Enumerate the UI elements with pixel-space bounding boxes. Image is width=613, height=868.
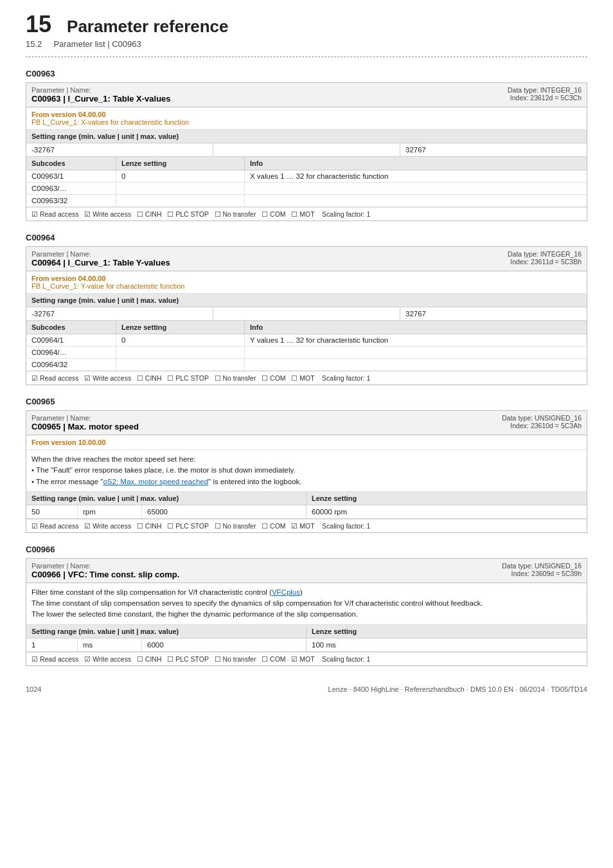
mid-val-c00964 — [213, 307, 400, 320]
setting-range-values-c00963: -32767 32767 — [26, 143, 587, 157]
subcode-row-c00964-1: C00964/1 0 Y values 1 … 32 for character… — [26, 334, 587, 347]
setting-range-header-c00963: Setting range (min. value | unit | max. … — [26, 130, 587, 143]
setting-range-values-c00964: -32767 32767 — [26, 307, 587, 321]
subcodes-header-c00963: Subcodes Lenze setting Info — [26, 157, 587, 170]
no-transfer-check — [215, 374, 221, 382]
param-header-label-c00965: Parameter | Name: — [31, 414, 139, 422]
write-access-check — [84, 374, 91, 382]
footer-page-number: 1024 — [26, 685, 41, 693]
subcode-info — [245, 359, 587, 370]
page-title: Parameter reference — [67, 17, 229, 37]
mot-check — [291, 374, 298, 382]
description-c00966: Filter time constant of the slip compens… — [26, 583, 587, 625]
param-id-c00966: C00966 — [26, 545, 587, 554]
write-access-check — [84, 522, 91, 530]
param-box-c00966: Parameter | Name: C00966 | VFC: Time con… — [26, 558, 587, 666]
unit-val-c00966: ms — [78, 638, 142, 651]
setting-range-label-c00965: Setting range (min. value | unit | max. … — [26, 492, 306, 505]
lenze-val-c00965: 60000 rpm — [306, 505, 587, 518]
subcode-info — [245, 195, 587, 206]
param-index-c00965: Index: 23610d = 5C3Ah — [502, 422, 582, 429]
subtitle: 15.2 Parameter list | C00963 — [26, 39, 587, 49]
link-vfcplus[interactable]: VFCplus — [272, 588, 300, 596]
min-val-c00963: -32767 — [26, 143, 213, 156]
param-id-c00963: C00963 — [26, 69, 587, 78]
lenze-setting-label-c00966: Lenze setting — [306, 625, 587, 638]
subcode-code: C00963/32 — [26, 195, 116, 206]
param-name-c00965: C00965 | Max. motor speed — [31, 422, 139, 431]
param-index-c00966: Index: 23609d = 5C39h — [502, 570, 582, 577]
page-number: 15 — [26, 13, 51, 36]
no-transfer-check — [215, 210, 221, 218]
plc-stop-check — [167, 522, 173, 530]
param-box-c00965: Parameter | Name: C00965 | Max. motor sp… — [26, 410, 587, 533]
fb-text-c00963: FB L_Curve_1: X-values for characteristi… — [31, 118, 189, 126]
fb-text-c00964: FB L_Curve_1: Y-value for characteristic… — [31, 282, 184, 290]
param-id-c00964: C00964 — [26, 233, 587, 242]
subcode-code: C00964/… — [26, 347, 116, 358]
desc-bullet-2-c00965: • The error message "oS2: Max. motor spe… — [31, 478, 301, 485]
subcode-info: X values 1 … 32 for characteristic funct… — [245, 170, 587, 182]
col-subcodes: Subcodes — [26, 157, 116, 170]
param-name-c00963: C00963 | l_Curve_1: Table X-values — [31, 94, 171, 104]
setting-range-two-col-c00965: Setting range (min. value | unit | max. … — [26, 492, 587, 505]
divider — [26, 57, 587, 57]
write-access-check — [84, 210, 91, 218]
plc-stop-check — [167, 374, 173, 382]
param-header-c00965: Parameter | Name: C00965 | Max. motor sp… — [26, 411, 587, 435]
mot-check — [291, 522, 298, 530]
param-name-c00966: C00966 | VFC: Time const. slip comp. — [31, 570, 179, 579]
param-id-c00965: C00965 — [26, 397, 587, 406]
mot-check — [291, 655, 298, 663]
page-header: 15 Parameter reference — [26, 13, 587, 37]
values-two-col-c00966: 1 ms 6000 100 ms — [26, 638, 587, 652]
param-name-c00964: C00964 | l_Curve_1: Table Y-values — [31, 258, 170, 267]
col-lenze-setting: Lenze setting — [116, 157, 245, 170]
footer-c00964: Read access Write access CINH PLC STOP N… — [26, 371, 587, 384]
version-label-c00964: From version 04.00.00 — [31, 275, 106, 282]
desc-line-1-c00965: When the drive reaches the motor speed s… — [31, 455, 196, 463]
param-box-c00964: Parameter | Name: C00964 | l_Curve_1: Ta… — [26, 246, 587, 385]
cinh-check — [137, 374, 143, 382]
cinh-check — [137, 522, 143, 530]
subcode-lenze — [116, 359, 245, 370]
subcode-lenze: 0 — [116, 334, 245, 346]
subcode-row-c00964-2: C00964/… — [26, 347, 587, 359]
max-val-c00964: 32767 — [400, 307, 587, 320]
mot-check — [291, 210, 298, 218]
param-datatype-c00966: Data type: UNSIGNED_16 — [502, 562, 582, 570]
subcode-lenze — [116, 195, 245, 206]
write-access-check — [84, 655, 91, 663]
no-transfer-check — [215, 655, 221, 663]
param-datatype-c00965: Data type: UNSIGNED_16 — [502, 414, 582, 422]
col-info-c00964: Info — [245, 321, 587, 334]
version-label-c00963: From version 04.00.00 — [31, 111, 106, 118]
subcode-lenze — [116, 183, 245, 194]
subcode-row-c00964-3: C00964/32 — [26, 359, 587, 371]
min-val-c00964: -32767 — [26, 307, 213, 320]
param-header-label-c00963: Parameter | Name: — [31, 86, 171, 94]
subtitle-text: Parameter list | C00963 — [53, 39, 141, 49]
values-two-col-c00965: 50 rpm 65000 60000 rpm — [26, 505, 587, 519]
com-check — [262, 374, 268, 382]
subcode-code: C00964/32 — [26, 359, 116, 370]
footer-c00966: Read access Write access CINH PLC STOP N… — [26, 652, 587, 665]
col-lenze-c00964: Lenze setting — [116, 321, 245, 334]
cinh-check — [137, 655, 143, 663]
param-header-c00963: Parameter | Name: C00963 | l_Curve_1: Ta… — [26, 83, 587, 107]
setting-range-two-col-c00966: Setting range (min. value | unit | max. … — [26, 625, 587, 638]
param-header-label-c00966: Parameter | Name: — [31, 562, 179, 570]
subcodes-header-c00964: Subcodes Lenze setting Info — [26, 321, 587, 334]
param-header-c00964: Parameter | Name: C00964 | l_Curve_1: Ta… — [26, 247, 587, 271]
read-access-check — [31, 374, 38, 382]
subcode-info: Y values 1 … 32 for characteristic funct… — [245, 334, 587, 346]
link-oS2[interactable]: oS2: Max. motor speed reached — [103, 478, 208, 485]
no-transfer-check — [215, 522, 221, 530]
footer-c00965: Read access Write access CINH PLC STOP N… — [26, 519, 587, 532]
param-header-c00966: Parameter | Name: C00966 | VFC: Time con… — [26, 559, 587, 583]
col-subcodes-c00964: Subcodes — [26, 321, 116, 334]
subcode-code: C00963/1 — [26, 170, 116, 182]
param-header-label-c00964: Parameter | Name: — [31, 250, 170, 258]
subcode-lenze: 0 — [116, 170, 245, 182]
subcode-row-c00963-1: C00963/1 0 X values 1 … 32 for character… — [26, 170, 587, 183]
